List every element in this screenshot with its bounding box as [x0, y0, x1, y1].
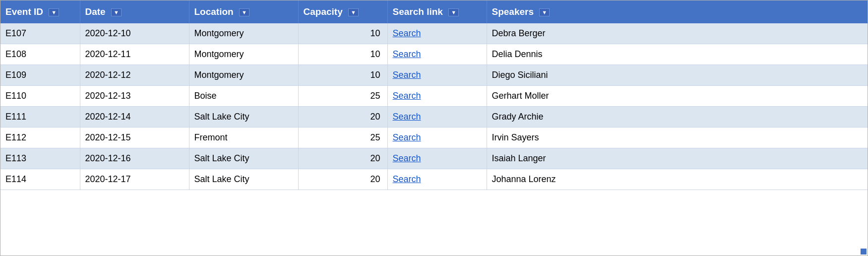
event-id-cell: E110: [0, 86, 80, 107]
location-cell: Fremont: [189, 128, 298, 148]
speakers-cell: Irvin Sayers: [487, 128, 868, 148]
capacity-cell: 25: [298, 128, 387, 148]
location-cell: Montgomery: [189, 44, 298, 65]
search-link[interactable]: Search: [393, 174, 421, 184]
date-cell: 2020-12-17: [80, 169, 189, 190]
table-row: E1122020-12-15Fremont25SearchIrvin Sayer…: [0, 128, 868, 148]
location-filter-button[interactable]: ▼: [239, 8, 249, 16]
search-link-cell: Search: [387, 107, 487, 128]
search-link[interactable]: Search: [393, 112, 421, 122]
data-table: Event ID ▼ Date ▼ Location ▼ Capacity ▼ …: [0, 0, 868, 190]
capacity-cell: 10: [298, 65, 387, 86]
search-link[interactable]: Search: [393, 70, 421, 80]
location-header: Location ▼: [189, 0, 298, 23]
speakers-cell: Johanna Lorenz: [487, 169, 868, 190]
date-cell: 2020-12-11: [80, 44, 189, 65]
date-cell: 2020-12-12: [80, 65, 189, 86]
event-id-cell: E111: [0, 107, 80, 128]
location-cell: Salt Lake City: [189, 107, 298, 128]
speakers-cell: Gerhart Moller: [487, 86, 868, 107]
search-link-cell: Search: [387, 23, 487, 44]
table-row: E1112020-12-14Salt Lake City20SearchGrad…: [0, 107, 868, 128]
speakers-filter-button[interactable]: ▼: [539, 8, 550, 16]
capacity-header-label: Capacity: [304, 6, 343, 17]
location-cell: Boise: [189, 86, 298, 107]
search-link[interactable]: Search: [393, 91, 421, 101]
capacity-filter-button[interactable]: ▼: [348, 8, 359, 16]
date-cell: 2020-12-10: [80, 23, 189, 44]
event-id-cell: E108: [0, 44, 80, 65]
search-link[interactable]: Search: [393, 49, 421, 59]
capacity-cell: 25: [298, 86, 387, 107]
event-id-cell: E113: [0, 148, 80, 169]
capacity-cell: 20: [298, 148, 387, 169]
date-header-label: Date: [85, 6, 106, 17]
speakers-cell: Isaiah Langer: [487, 148, 868, 169]
speakers-cell: Debra Berger: [487, 23, 868, 44]
location-cell: Salt Lake City: [189, 169, 298, 190]
table-row: E1132020-12-16Salt Lake City20SearchIsai…: [0, 148, 868, 169]
speakers-cell: Delia Dennis: [487, 44, 868, 65]
speakers-cell: Grady Archie: [487, 107, 868, 128]
event-id-header: Event ID ▼: [0, 0, 80, 23]
event-id-cell: E109: [0, 65, 80, 86]
event-id-filter-button[interactable]: ▼: [49, 8, 59, 16]
table-row: E1082020-12-11Montgomery10SearchDelia De…: [0, 44, 868, 65]
search-link-cell: Search: [387, 169, 487, 190]
location-cell: Salt Lake City: [189, 148, 298, 169]
capacity-cell: 20: [298, 107, 387, 128]
search-link-cell: Search: [387, 128, 487, 148]
search-link[interactable]: Search: [393, 153, 421, 163]
date-header: Date ▼: [80, 0, 189, 23]
spreadsheet-container: Event ID ▼ Date ▼ Location ▼ Capacity ▼ …: [0, 0, 868, 256]
search-link-cell: Search: [387, 148, 487, 169]
search-link[interactable]: Search: [393, 28, 421, 38]
event-id-cell: E107: [0, 23, 80, 44]
location-cell: Montgomery: [189, 65, 298, 86]
capacity-cell: 20: [298, 169, 387, 190]
event-id-header-label: Event ID: [5, 6, 43, 17]
search-link-cell: Search: [387, 44, 487, 65]
date-cell: 2020-12-16: [80, 148, 189, 169]
search-link-cell: Search: [387, 86, 487, 107]
search-link-filter-button[interactable]: ▼: [448, 8, 459, 16]
capacity-cell: 10: [298, 44, 387, 65]
date-filter-button[interactable]: ▼: [111, 8, 122, 16]
search-link-cell: Search: [387, 65, 487, 86]
location-cell: Montgomery: [189, 23, 298, 44]
event-id-cell: E114: [0, 169, 80, 190]
date-cell: 2020-12-13: [80, 86, 189, 107]
location-header-label: Location: [194, 6, 234, 17]
capacity-header: Capacity ▼: [298, 0, 387, 23]
date-cell: 2020-12-15: [80, 128, 189, 148]
table-row: E1072020-12-10Montgomery10SearchDebra Be…: [0, 23, 868, 44]
table-row: E1102020-12-13Boise25SearchGerhart Molle…: [0, 86, 868, 107]
date-cell: 2020-12-14: [80, 107, 189, 128]
search-link-header: Search link ▼: [387, 0, 487, 23]
speakers-header: Speakers ▼: [487, 0, 868, 23]
header-row: Event ID ▼ Date ▼ Location ▼ Capacity ▼ …: [0, 0, 868, 23]
event-id-cell: E112: [0, 128, 80, 148]
search-link-header-label: Search link: [393, 6, 443, 17]
speakers-header-label: Speakers: [492, 6, 534, 17]
capacity-cell: 10: [298, 23, 387, 44]
table-row: E1142020-12-17Salt Lake City20SearchJoha…: [0, 169, 868, 190]
search-link[interactable]: Search: [393, 132, 421, 142]
scroll-indicator: [861, 249, 867, 255]
table-row: E1092020-12-12Montgomery10SearchDiego Si…: [0, 65, 868, 86]
speakers-cell: Diego Siciliani: [487, 65, 868, 86]
